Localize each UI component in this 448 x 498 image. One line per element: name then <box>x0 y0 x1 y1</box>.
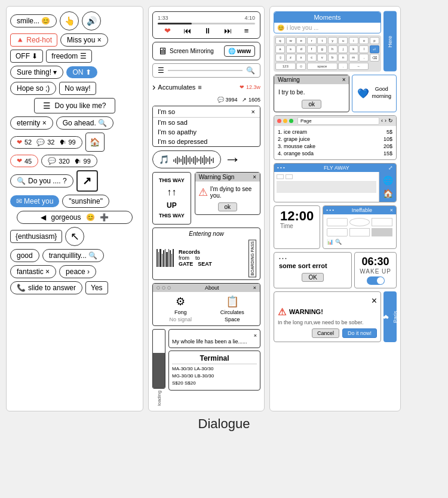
key-p[interactable]: p <box>370 37 379 44</box>
www-btn[interactable]: 🌐 www <box>224 45 255 57</box>
key-n[interactable]: n <box>338 54 348 62</box>
hopeso-pill[interactable]: Hope so ;) <box>10 82 56 95</box>
list-icon[interactable]: ≡ <box>244 26 249 35</box>
tranquillity-pill[interactable]: tranquillity... 🔍 <box>42 249 104 262</box>
key-o[interactable]: o <box>359 37 369 44</box>
key-a[interactable]: a <box>275 45 285 53</box>
about-close[interactable]: × <box>253 285 256 291</box>
chevron-icon[interactable]: › <box>152 82 155 93</box>
warning-small-ok-btn[interactable]: ok <box>302 100 321 109</box>
globe-icon[interactable]: 🌐 <box>383 176 393 185</box>
dropdown-header[interactable]: I'm so × <box>153 106 260 118</box>
toggle-switch[interactable] <box>360 276 391 285</box>
doyoulikeme-box[interactable]: ☰ Do you like me? <box>34 98 115 113</box>
key-f[interactable]: f <box>307 45 317 53</box>
key-space[interactable]: space <box>307 63 337 70</box>
enthusiasm-pill[interactable]: {enthusiasm} <box>10 230 62 243</box>
key-x[interactable]: x <box>296 54 306 62</box>
ineffable-close[interactable]: × <box>390 207 393 213</box>
dropdown-item-1[interactable]: I'm so sad <box>153 118 260 127</box>
next-icon[interactable]: ⏭ <box>224 26 232 35</box>
dialog-doit-btn[interactable]: Do it now! <box>342 328 377 338</box>
forward-btn[interactable]: › <box>385 118 386 124</box>
key-t[interactable]: t <box>317 37 327 44</box>
warning-ok-btn[interactable]: ok <box>218 202 238 211</box>
heart45-pill[interactable]: ❤45 <box>10 155 38 167</box>
key-c[interactable]: c <box>307 54 317 62</box>
cursor-btn[interactable]: ↖ <box>65 227 84 246</box>
search-pill[interactable]: 🔍Do you .... ? <box>10 174 73 187</box>
imo-dropdown[interactable]: I'm so × I'm so sad I'm so apathy I'm so… <box>152 106 260 147</box>
prev-icon[interactable]: ⏮ <box>183 26 191 35</box>
refresh-btn[interactable]: ↻ <box>388 118 393 124</box>
key-l[interactable]: l <box>359 45 369 53</box>
off-pill[interactable]: OFF ⬇ <box>10 50 43 63</box>
key-z[interactable]: z <box>286 54 296 62</box>
key-e[interactable]: e <box>296 37 306 44</box>
key-y[interactable]: y <box>328 37 337 44</box>
key-backspace[interactable]: ⌫ <box>370 54 379 62</box>
dropdown-item-2[interactable]: I'm so apathy <box>153 127 260 137</box>
redhot-pill[interactable]: 🔺 Red-hot <box>10 33 57 47</box>
screen-mirror-box[interactable]: 🖥 Screen Mirroring <box>158 46 214 57</box>
here-tab[interactable]: Here <box>383 11 397 72</box>
arrow-btn[interactable]: ↗ <box>76 170 98 192</box>
key-send[interactable]: ← <box>349 63 369 70</box>
warning-close[interactable]: × <box>253 174 256 180</box>
key-b[interactable]: b <box>328 54 337 62</box>
waveform-pill[interactable]: 🎵 <box>152 150 221 168</box>
fantastic-pill[interactable]: fantastic × <box>10 265 56 278</box>
surething-pill[interactable]: Sure thing! ▾ <box>10 66 63 79</box>
key-m[interactable]: m <box>349 54 358 62</box>
dialog-cancel-btn[interactable]: Cancel <box>312 328 339 338</box>
key-k[interactable]: k <box>349 45 358 53</box>
gorgeous-pill[interactable]: ◀ gorgeous 😊➕ <box>17 211 133 224</box>
meetyou-chip[interactable]: ✉Meet you <box>10 195 59 207</box>
key-j[interactable]: j <box>338 45 348 53</box>
page-url-bar[interactable]: Page <box>297 117 379 125</box>
hand-btn[interactable]: 👆 <box>60 11 79 30</box>
key-g[interactable]: g <box>317 45 327 53</box>
key-period[interactable]: . <box>338 63 348 70</box>
yes-pill[interactable]: Yes <box>85 281 108 294</box>
chart-icon[interactable]: 📊 <box>327 239 333 245</box>
key-w[interactable]: w <box>286 37 296 44</box>
key-r[interactable]: r <box>307 37 317 44</box>
lie-close[interactable]: × <box>254 333 257 339</box>
home-btn[interactable]: 🏠 <box>85 133 105 152</box>
peace-pill[interactable]: peace › <box>59 265 96 278</box>
error-ok-btn[interactable]: OK <box>302 273 323 282</box>
good-pill[interactable]: good <box>10 249 39 262</box>
key-d[interactable]: d <box>296 45 306 53</box>
on-chip[interactable]: ON ⬆ <box>66 66 97 78</box>
smile-pill[interactable]: smile... 😊 <box>10 14 57 27</box>
slide-pill[interactable]: 📞slide to answer <box>10 281 82 294</box>
stats-pill[interactable]: ❤52 💬32 🗣99 <box>10 136 82 149</box>
key-123[interactable]: 123 <box>275 63 296 70</box>
key-shift[interactable]: ⇧ <box>275 54 285 62</box>
search-bar[interactable]: ☰ 🔍 <box>152 63 260 78</box>
freedom-pill[interactable]: freedom ☰ <box>46 50 91 63</box>
warning-small-close[interactable]: × <box>342 76 346 83</box>
search-icon2[interactable]: 🔍 <box>335 239 342 245</box>
key-i[interactable]: i <box>349 37 358 44</box>
close-icon[interactable]: × <box>251 108 255 115</box>
stats2-pill[interactable]: 💬320 🗣99 <box>41 155 97 167</box>
dialog-close[interactable]: × <box>372 296 377 306</box>
key-comma[interactable]: , <box>359 54 369 62</box>
key-s[interactable]: s <box>286 45 296 53</box>
noway-pill[interactable]: No way! <box>59 82 96 95</box>
missyou-pill[interactable]: Miss you × <box>60 33 108 47</box>
key-q[interactable]: q <box>275 37 285 44</box>
sound-btn[interactable]: 🔊 <box>82 11 101 30</box>
key-h[interactable]: h <box>328 45 337 53</box>
sunshine-pill[interactable]: "sunshine" <box>62 195 109 208</box>
eternity-pill[interactable]: eternity × <box>10 116 53 130</box>
search-icon[interactable]: 🔍 <box>246 66 255 75</box>
goahead-pill[interactable]: Go ahead. 🔍 <box>56 116 113 130</box>
key-u[interactable]: u <box>338 37 348 44</box>
key-v[interactable]: v <box>317 54 327 62</box>
heart-icon[interactable]: ❤ <box>164 26 171 35</box>
play-icon[interactable]: ⏸ <box>204 26 211 35</box>
fly-away-close[interactable]: ⤢ <box>388 165 393 171</box>
